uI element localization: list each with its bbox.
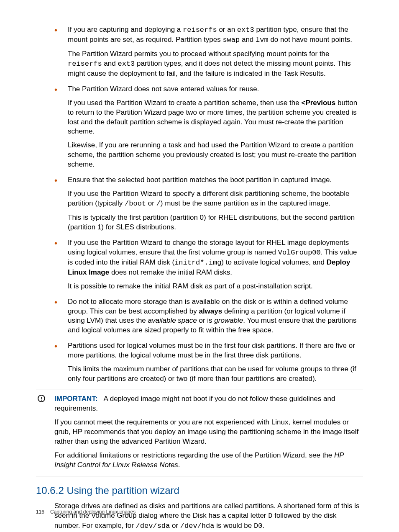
- code-text: swap: [223, 36, 240, 44]
- code-text: /dev/sda: [136, 522, 170, 530]
- code-text: ext3: [118, 60, 135, 68]
- text: .: [262, 522, 264, 529]
- bold-text: always: [199, 307, 222, 315]
- text: For additional limitations or restrictio…: [54, 451, 334, 459]
- text: or is: [197, 316, 215, 324]
- section-heading: 10.6.2 Using the partition wizard: [36, 484, 363, 497]
- text: or an: [217, 26, 237, 33]
- code-text: D0: [254, 522, 262, 530]
- list-item: If you are capturing and deploying a rei…: [54, 25, 363, 79]
- chapter-title: Capturing and deploying Linux images: [50, 509, 136, 515]
- text: or: [146, 199, 156, 207]
- code-text: ext3: [237, 26, 254, 34]
- page-footer: 116Capturing and deploying Linux images: [36, 509, 136, 515]
- code-text: VolGroup00: [278, 249, 321, 257]
- list-item: The Partition Wizard does not save enter…: [54, 85, 363, 170]
- bullet-list: If you are capturing and deploying a rei…: [54, 25, 363, 384]
- italic-text: growable: [214, 316, 243, 324]
- divider: [36, 476, 363, 476]
- bold-text: <Previous: [301, 99, 335, 107]
- important-icon: [38, 395, 45, 402]
- text: The Partition Wizard does not save enter…: [68, 85, 363, 94]
- text: This is typically the first partition (p…: [68, 213, 363, 232]
- page-number: 116: [36, 509, 44, 515]
- code-text: /boot: [125, 200, 146, 208]
- text: and: [240, 36, 256, 44]
- text: ) must be the same partition as in the c…: [161, 199, 330, 207]
- code-text: reiserfs: [183, 26, 217, 34]
- list-item: Partitions used for logical volumes must…: [54, 341, 363, 384]
- code-text: /: [156, 200, 161, 208]
- text: If you used the Partition Wizard to crea…: [68, 99, 301, 107]
- text: and: [102, 59, 118, 67]
- text: Partitions used for logical volumes must…: [68, 341, 363, 360]
- list-item: Ensure that the selected boot partition …: [54, 175, 363, 232]
- text: It is possible to remake the initial RAM…: [68, 282, 363, 291]
- text: Ensure that the selected boot partition …: [68, 175, 363, 185]
- text: does not remake the initial RAM disks.: [109, 268, 232, 276]
- text: The Partition Wizard permits you to proc…: [68, 50, 330, 58]
- text: Likewise, If you are rerunning a task an…: [68, 141, 363, 170]
- important-label: IMPORTANT:: [54, 395, 98, 403]
- code-text: /dev/hda: [180, 522, 215, 530]
- text: .: [178, 461, 180, 469]
- text: do not have mount points.: [269, 36, 352, 44]
- list-item: If you use the Partition Wizard to chang…: [54, 238, 363, 291]
- text: or: [170, 522, 180, 529]
- list-item: Do not to allocate more storage than is …: [54, 297, 363, 336]
- code-text: reiserfs: [68, 60, 102, 68]
- section-body: Storage drives are defined as disks and …: [54, 501, 363, 532]
- italic-text: available space: [148, 316, 197, 324]
- code-text: D: [268, 512, 272, 520]
- text: If you cannot meet the requirements or y…: [54, 418, 363, 447]
- section-number: 10.6.2: [36, 485, 64, 496]
- important-block: IMPORTANT:A deployed image might not boo…: [36, 394, 363, 470]
- text: This limits the maximum number of partit…: [68, 365, 363, 384]
- section-title: Using the partition wizard: [66, 485, 179, 496]
- text: is would be: [214, 522, 254, 529]
- divider: [36, 390, 363, 390]
- text: ) to activate logical volumes, and: [221, 258, 326, 266]
- code-text: lvm: [256, 36, 269, 44]
- text: If you are capturing and deploying a: [68, 26, 183, 33]
- code-text: initrd*.img: [174, 259, 221, 267]
